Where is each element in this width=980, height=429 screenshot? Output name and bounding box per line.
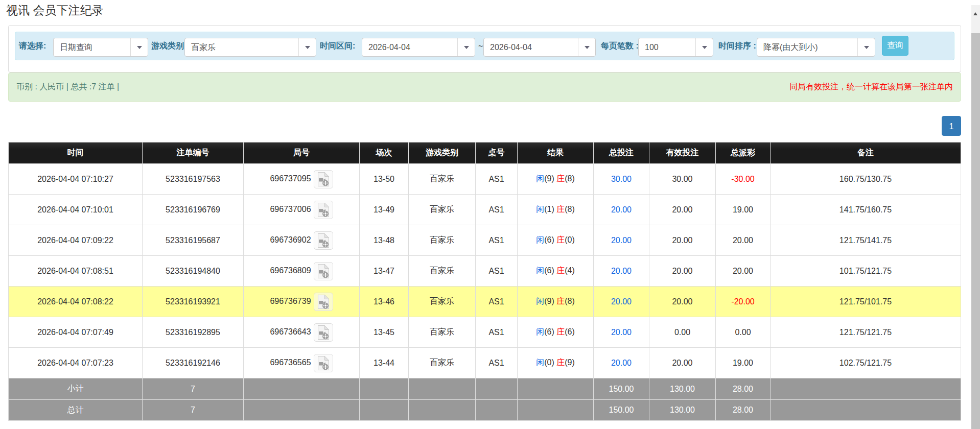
- cell-payout: 0.00: [716, 317, 771, 348]
- cell-bet-id: 523316193921: [143, 287, 244, 317]
- cell-valid-bet: 0.00: [649, 317, 716, 348]
- chevron-down-icon[interactable]: [457, 38, 475, 56]
- video-file-icon[interactable]: [314, 354, 333, 372]
- cell-payout: -20.00: [716, 287, 771, 317]
- bet-records-table: 时间注单编号局号场次游戏类别桌号结果总投注有效投注总派彩备注 2026-04-0…: [8, 142, 961, 421]
- cell-bet-id: 523316197563: [143, 164, 244, 195]
- currency-summary: 币别 : 人民币 | 总共 :7 注单 |: [16, 82, 119, 92]
- table-row: 2026-04-04 07:10:27523316197563696737095…: [9, 164, 961, 195]
- cell-session: 13-47: [360, 256, 409, 287]
- pagination: 1: [8, 116, 961, 136]
- scrollbar-track[interactable]: [971, 5, 980, 429]
- chevron-down-icon[interactable]: [857, 38, 875, 56]
- query-button[interactable]: 查询: [882, 36, 908, 56]
- filter-bar: 请选择: 日期查询 游戏类别 百家乐 时间区间: 2026-04-04 ~ 20…: [15, 32, 954, 60]
- footer-empty: [409, 378, 476, 400]
- cell-bet-id: 523316194840: [143, 256, 244, 287]
- date-to-value: 2026-04-04: [490, 38, 532, 56]
- video-file-icon[interactable]: [314, 323, 333, 342]
- game-type-select[interactable]: 百家乐: [184, 38, 316, 57]
- cell-valid-bet: 20.00: [649, 287, 716, 317]
- column-header-4: 游戏类别: [409, 142, 476, 164]
- cell-round-id: 696736902: [244, 225, 360, 256]
- sort-select[interactable]: 降幂(由大到小): [757, 38, 875, 57]
- date-to-select[interactable]: 2026-04-04: [483, 38, 596, 57]
- scrollbar[interactable]: [971, 0, 980, 429]
- table-row: 2026-04-04 07:08:22523316193921696736739…: [9, 287, 961, 317]
- cell-session: 13-46: [360, 287, 409, 317]
- cell-game-type: 百家乐: [409, 317, 476, 348]
- footer-empty: [476, 400, 518, 421]
- cell-payout: 19.00: [716, 348, 771, 378]
- cell-bet-id: 523316192146: [143, 348, 244, 378]
- footer-total-bet: 150.00: [594, 400, 649, 421]
- footer-empty: [244, 378, 360, 400]
- cell-game-type: 百家乐: [409, 195, 476, 225]
- footer-empty: [360, 400, 409, 421]
- cell-remark: 121.75/101.75: [771, 287, 961, 317]
- chevron-down-icon[interactable]: [695, 38, 713, 56]
- cell-bet-id: 523316195687: [143, 225, 244, 256]
- footer-empty: [771, 400, 961, 421]
- cell-table-no: AS1: [476, 164, 518, 195]
- column-header-3: 场次: [360, 142, 409, 164]
- cell-time: 2026-04-04 07:10:01: [9, 195, 143, 225]
- filter-panel: 请选择: 日期查询 游戏类别 百家乐 时间区间: 2026-04-04 ~ 20…: [8, 25, 961, 73]
- cell-result: 闲(6) 庄(4): [518, 256, 594, 287]
- cell-valid-bet: 20.00: [649, 256, 716, 287]
- footer-total-bet: 150.00: [594, 378, 649, 400]
- cell-result: 闲(9) 庄(8): [518, 164, 594, 195]
- column-header-9: 总派彩: [716, 142, 771, 164]
- query-type-select[interactable]: 日期查询: [53, 38, 148, 57]
- cell-remark: 121.75/121.75: [771, 317, 961, 348]
- column-header-6: 结果: [518, 142, 594, 164]
- cell-valid-bet: 20.00: [649, 348, 716, 378]
- cell-total-bet: 20.00: [594, 317, 649, 348]
- date-from-select[interactable]: 2026-04-04: [362, 38, 475, 57]
- cell-time: 2026-04-04 07:08:51: [9, 256, 143, 287]
- table-row: 2026-04-04 07:10:01523316196769696737006…: [9, 195, 961, 225]
- cell-remark: 160.75/130.75: [771, 164, 961, 195]
- footer-empty: [476, 378, 518, 400]
- cell-time: 2026-04-04 07:07:23: [9, 348, 143, 378]
- cell-remark: 101.75/121.75: [771, 256, 961, 287]
- video-file-icon[interactable]: [314, 231, 333, 250]
- cell-remark: 141.75/160.75: [771, 195, 961, 225]
- footer-empty: [771, 378, 961, 400]
- chevron-down-icon[interactable]: [298, 38, 316, 56]
- cell-session: 13-49: [360, 195, 409, 225]
- cell-table-no: AS1: [476, 317, 518, 348]
- cell-result: 闲(9) 庄(8): [518, 287, 594, 317]
- page-1-button[interactable]: 1: [942, 116, 961, 136]
- video-file-icon[interactable]: [314, 262, 333, 280]
- video-file-icon[interactable]: [314, 201, 333, 219]
- footer-empty: [244, 400, 360, 421]
- cell-bet-id: 523316196769: [143, 195, 244, 225]
- cell-game-type: 百家乐: [409, 256, 476, 287]
- cell-table-no: AS1: [476, 225, 518, 256]
- per-page-value: 100: [645, 38, 659, 56]
- cell-payout: 20.00: [716, 256, 771, 287]
- footer-label: 小计: [9, 378, 143, 400]
- summary-bar: 币别 : 人民币 | 总共 :7 注单 | 同局有效投注，统一计算在该局第一张注…: [8, 73, 961, 102]
- date-from-value: 2026-04-04: [368, 38, 410, 56]
- cell-bet-id: 523316192895: [143, 317, 244, 348]
- cell-total-bet: 20.00: [594, 225, 649, 256]
- main-content: 请选择: 日期查询 游戏类别 百家乐 时间区间: 2026-04-04 ~ 20…: [8, 25, 961, 421]
- query-type-value: 日期查询: [60, 38, 92, 56]
- cell-total-bet: 20.00: [594, 348, 649, 378]
- video-file-icon[interactable]: [314, 170, 333, 188]
- scroll-up-icon[interactable]: [973, 12, 977, 15]
- chevron-down-icon[interactable]: [130, 38, 148, 56]
- cell-round-id: 696736565: [244, 348, 360, 378]
- game-type-value: 百家乐: [191, 38, 216, 56]
- column-header-7: 总投注: [594, 142, 649, 164]
- per-page-select[interactable]: 100: [638, 38, 713, 57]
- video-file-icon[interactable]: [314, 293, 333, 311]
- time-range-label: 时间区间:: [320, 32, 355, 60]
- chevron-down-icon[interactable]: [578, 38, 595, 56]
- cell-result: 闲(1) 庄(8): [518, 195, 594, 225]
- scrollbar-thumb[interactable]: [971, 33, 980, 429]
- cell-result: 闲(6) 庄(6): [518, 317, 594, 348]
- cell-payout: 20.00: [716, 225, 771, 256]
